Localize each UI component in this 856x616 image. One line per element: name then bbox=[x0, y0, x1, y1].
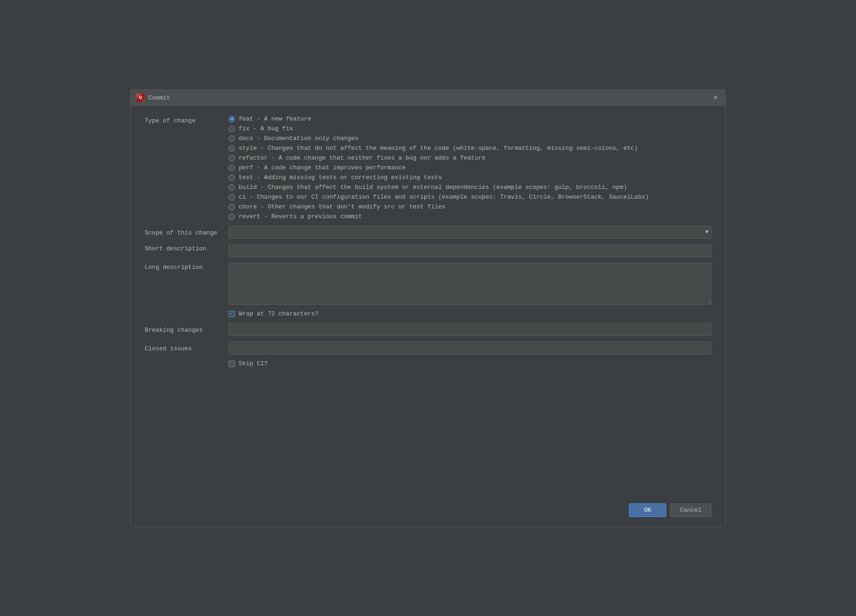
radio-input-test[interactable] bbox=[228, 174, 235, 181]
radio-input-build[interactable] bbox=[228, 184, 235, 191]
scope-select-wrapper: ▼ bbox=[228, 226, 711, 239]
type-of-change-radio-group: feat - A new feature fix - A bug fix doc… bbox=[228, 115, 711, 220]
cancel-button[interactable]: Cancel bbox=[670, 503, 711, 517]
radio-label-build: build - Changes that affect the build sy… bbox=[239, 184, 627, 191]
wrap-checkbox-label: Wrap at 72 characters? bbox=[239, 310, 319, 317]
radio-input-ci[interactable] bbox=[228, 194, 235, 201]
breaking-changes-label: Breaking changes bbox=[145, 326, 228, 334]
skip-ci-label: Skip CI? bbox=[239, 360, 268, 367]
radio-label-chore: chore - Other changes that don't modify … bbox=[239, 203, 446, 210]
ok-button[interactable]: OK bbox=[629, 503, 666, 517]
radio-revert[interactable]: revert - Reverts a previous commit bbox=[228, 213, 711, 220]
scope-select[interactable] bbox=[228, 226, 711, 239]
closed-issues-row: Closed issues bbox=[145, 341, 711, 355]
close-button[interactable]: × bbox=[711, 94, 720, 102]
radio-group-container: feat - A new feature fix - A bug fix doc… bbox=[228, 115, 711, 220]
radio-test[interactable]: test - Adding missing tests or correctin… bbox=[228, 174, 711, 181]
radio-perf[interactable]: perf - A code change that improves perfo… bbox=[228, 164, 711, 171]
long-desc-label: Long description bbox=[145, 263, 228, 271]
wrap-checkbox-item[interactable]: Wrap at 72 characters? bbox=[228, 310, 319, 317]
app-icon: U bbox=[136, 94, 145, 102]
radio-input-refactor[interactable] bbox=[228, 155, 235, 161]
radio-label-style: style - Changes that do not affect the m… bbox=[239, 145, 638, 152]
long-desc-content bbox=[228, 263, 711, 307]
radio-label-ci: ci - Changes to our CI configuration fil… bbox=[239, 194, 649, 201]
radio-label-feat: feat - A new feature bbox=[239, 115, 311, 122]
radio-label-perf: perf - A code change that improves perfo… bbox=[239, 164, 406, 171]
dialog-body: Type of change feat - A new feature fix … bbox=[131, 106, 725, 498]
radio-ci[interactable]: ci - Changes to our CI configuration fil… bbox=[228, 194, 711, 201]
skip-ci-row: Skip CI? bbox=[228, 360, 711, 367]
radio-refactor[interactable]: refactor - A code change that neither fi… bbox=[228, 154, 711, 161]
radio-input-chore[interactable] bbox=[228, 204, 235, 210]
radio-label-fix: fix - A bug fix bbox=[239, 125, 293, 132]
type-of-change-label: Type of change bbox=[145, 115, 228, 124]
skip-ci-checkbox-item[interactable]: Skip CI? bbox=[228, 360, 268, 367]
dialog-footer: OK Cancel bbox=[131, 498, 725, 526]
wrap-checkbox-input[interactable] bbox=[228, 311, 235, 317]
radio-chore[interactable]: chore - Other changes that don't modify … bbox=[228, 203, 711, 210]
title-bar: U Commit × bbox=[131, 90, 725, 106]
short-desc-content bbox=[228, 244, 711, 257]
scope-label: Scope of this change bbox=[145, 228, 228, 236]
long-desc-row: Long description bbox=[145, 263, 711, 307]
short-desc-label: Short description bbox=[145, 244, 228, 252]
commit-dialog: U Commit × Type of change feat - A new f… bbox=[130, 89, 726, 527]
long-desc-textarea[interactable] bbox=[228, 263, 711, 305]
radio-feat[interactable]: feat - A new feature bbox=[228, 115, 711, 122]
radio-style[interactable]: style - Changes that do not affect the m… bbox=[228, 145, 711, 152]
radio-input-style[interactable] bbox=[228, 145, 235, 152]
radio-label-docs: docs - Documentation only changes bbox=[239, 135, 358, 142]
short-desc-input[interactable] bbox=[228, 244, 711, 257]
skip-ci-checkbox-input[interactable] bbox=[228, 361, 235, 367]
radio-docs[interactable]: docs - Documentation only changes bbox=[228, 135, 711, 142]
closed-issues-content bbox=[228, 341, 711, 355]
radio-fix[interactable]: fix - A bug fix bbox=[228, 125, 711, 132]
radio-label-refactor: refactor - A code change that neither fi… bbox=[239, 154, 486, 161]
radio-input-docs[interactable] bbox=[228, 135, 235, 142]
dialog-title: Commit bbox=[148, 94, 170, 101]
short-desc-row: Short description bbox=[145, 244, 711, 257]
breaking-changes-content bbox=[228, 323, 711, 336]
radio-input-feat[interactable] bbox=[228, 116, 235, 122]
scope-row: Scope of this change ▼ bbox=[145, 226, 711, 239]
breaking-changes-input[interactable] bbox=[228, 323, 711, 336]
closed-issues-label: Closed issues bbox=[145, 344, 228, 352]
radio-label-test: test - Adding missing tests or correctin… bbox=[239, 174, 442, 181]
closed-issues-input[interactable] bbox=[228, 341, 711, 355]
wrap-checkbox-row: Wrap at 72 characters? bbox=[228, 310, 711, 317]
title-bar-left: U Commit bbox=[136, 94, 170, 102]
radio-build[interactable]: build - Changes that affect the build sy… bbox=[228, 184, 711, 191]
type-of-change-row: Type of change feat - A new feature fix … bbox=[145, 115, 711, 220]
radio-input-fix[interactable] bbox=[228, 126, 235, 132]
breaking-changes-row: Breaking changes bbox=[145, 323, 711, 336]
radio-label-revert: revert - Reverts a previous commit bbox=[239, 213, 362, 220]
radio-input-perf[interactable] bbox=[228, 165, 235, 171]
radio-input-revert[interactable] bbox=[228, 214, 235, 220]
